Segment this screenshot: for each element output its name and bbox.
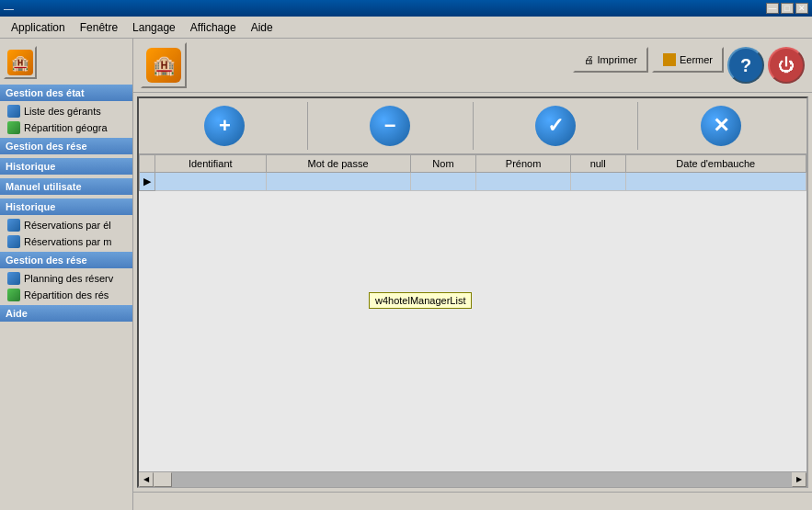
col-mot-de-passe: Mot de passe bbox=[266, 155, 410, 173]
action-cell-confirm: ✓ bbox=[474, 102, 639, 150]
status-bar bbox=[133, 492, 812, 510]
app-logo-sidebar: 🏨 bbox=[4, 46, 37, 79]
data-table: Identifiant Mot de passe Nom Prénom null… bbox=[139, 154, 806, 191]
app-logo-button[interactable]: 🏨 bbox=[141, 42, 187, 88]
power-button[interactable]: ⏻ bbox=[768, 47, 805, 84]
sidebar-section-gestion-rese2[interactable]: Gestion des rése bbox=[0, 252, 132, 268]
cell-date-embauche[interactable] bbox=[625, 173, 806, 191]
scroll-right-button[interactable]: ▶ bbox=[792, 472, 806, 487]
sidebar-item-liste-gerants[interactable]: Liste des gérants bbox=[0, 103, 132, 119]
cell-identifiant[interactable] bbox=[155, 173, 267, 191]
app-logo-icon: 🏨 bbox=[146, 48, 181, 83]
toolbar-left: 🏨 bbox=[141, 42, 187, 88]
printer-icon: 🖨 bbox=[584, 54, 594, 65]
minimize-button[interactable]: — bbox=[766, 3, 779, 14]
list-icon-4 bbox=[7, 272, 20, 285]
sidebar-section-gestion-rese[interactable]: Gestion des rése bbox=[0, 138, 132, 154]
sidebar-item-reservations-m[interactable]: Réservations par m bbox=[0, 233, 132, 250]
horizontal-scrollbar[interactable]: ◀ ▶ bbox=[139, 471, 806, 486]
col-date-embauche: Date d'embauche bbox=[625, 155, 806, 173]
cell-null[interactable] bbox=[570, 173, 625, 191]
action-cell-cancel: ✕ bbox=[638, 102, 803, 150]
table-row[interactable]: ▶ bbox=[140, 173, 806, 191]
inner-content: + − ✓ ✕ bbox=[137, 96, 808, 488]
scroll-track[interactable] bbox=[154, 472, 792, 487]
sidebar-section-aide[interactable]: Aide bbox=[0, 305, 132, 322]
print-button[interactable]: 🖨 Imprimer bbox=[573, 47, 648, 73]
title-bar-text: — bbox=[4, 3, 14, 14]
action-cell-add: + bbox=[143, 102, 308, 150]
sidebar: 🏨 Gestion des état Liste des gérants Rép… bbox=[0, 39, 133, 510]
menu-langage[interactable]: Langage bbox=[125, 19, 183, 36]
list-icon bbox=[7, 105, 20, 118]
map-icon bbox=[7, 121, 20, 134]
tooltip: w4hotelManagerList bbox=[369, 292, 472, 309]
sidebar-section-historique2[interactable]: Historique bbox=[0, 198, 132, 215]
action-cell-remove: − bbox=[308, 102, 474, 150]
table-container: Identifiant Mot de passe Nom Prénom null… bbox=[139, 154, 806, 471]
confirm-button[interactable]: ✓ bbox=[535, 106, 576, 146]
close-button[interactable]: ✕ bbox=[795, 3, 808, 14]
map-icon-2 bbox=[7, 289, 20, 301]
menu-affichage[interactable]: Affichage bbox=[183, 19, 244, 36]
cell-nom[interactable] bbox=[410, 173, 476, 191]
sidebar-section-manuel[interactable]: Manuel utilisate bbox=[0, 178, 132, 195]
list-icon-2 bbox=[7, 219, 20, 232]
sidebar-section-historique[interactable]: Historique bbox=[0, 158, 132, 175]
list-icon-3 bbox=[7, 235, 20, 248]
toolbar-right: 🖨 Imprimer Eermer ? ⏻ bbox=[573, 47, 805, 84]
menu-aide[interactable]: Aide bbox=[244, 19, 280, 36]
remove-button[interactable]: − bbox=[370, 106, 410, 146]
col-nom: Nom bbox=[410, 155, 476, 173]
scroll-left-button[interactable]: ◀ bbox=[139, 472, 154, 487]
menu-bar: Application Fenêtre Langage Affichage Ai… bbox=[0, 17, 812, 39]
cell-mot-de-passe[interactable] bbox=[266, 173, 410, 191]
title-bar: — — □ ✕ bbox=[0, 0, 812, 17]
scroll-thumb[interactable] bbox=[154, 472, 172, 487]
sidebar-item-repartition-geo[interactable]: Répartition géogra bbox=[0, 119, 132, 136]
col-prenom: Prénom bbox=[476, 155, 570, 173]
row-indicator: ▶ bbox=[140, 173, 155, 191]
exit-button[interactable]: Eermer bbox=[652, 47, 724, 73]
maximize-button[interactable]: □ bbox=[781, 3, 794, 14]
cell-prenom[interactable] bbox=[476, 173, 570, 191]
cancel-button[interactable]: ✕ bbox=[701, 106, 741, 146]
help-button[interactable]: ? bbox=[727, 47, 764, 84]
sidebar-item-repartition-res[interactable]: Répartition des rés bbox=[0, 287, 132, 303]
sidebar-section-gestion-etat[interactable]: Gestion des état bbox=[0, 85, 132, 101]
action-toolbar: + − ✓ ✕ bbox=[139, 98, 806, 154]
top-toolbar: 🏨 🖨 Imprimer Eermer ? ⏻ bbox=[133, 39, 812, 93]
sidebar-item-planning[interactable]: Planning des réserv bbox=[0, 270, 132, 287]
sidebar-item-reservations-el[interactable]: Réservations par él bbox=[0, 217, 132, 233]
add-button[interactable]: + bbox=[204, 106, 245, 146]
title-bar-controls: — □ ✕ bbox=[766, 3, 808, 14]
col-indicator bbox=[140, 155, 155, 173]
content-area: 🏨 🖨 Imprimer Eermer ? ⏻ bbox=[133, 39, 812, 510]
power-icon: ⏻ bbox=[778, 56, 795, 75]
col-identifiant: Identifiant bbox=[155, 155, 267, 173]
exit-icon-square bbox=[663, 53, 676, 66]
menu-fenetre[interactable]: Fenêtre bbox=[73, 19, 125, 36]
main-layout: 🏨 Gestion des état Liste des gérants Rép… bbox=[0, 39, 812, 510]
menu-application[interactable]: Application bbox=[4, 19, 73, 36]
logo-icon: 🏨 bbox=[7, 50, 33, 75]
col-null: null bbox=[570, 155, 625, 173]
